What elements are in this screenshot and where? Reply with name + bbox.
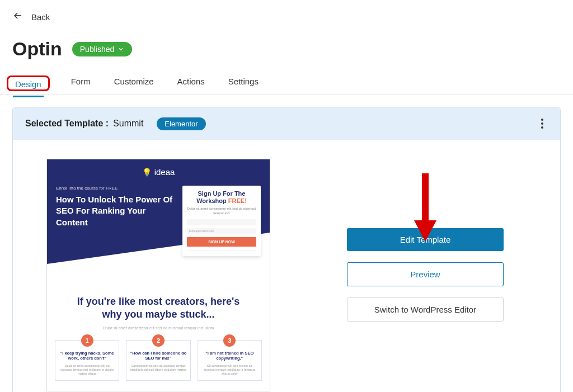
template-panel: Selected Template : Summit Elementor 💡 i… bbox=[12, 107, 561, 392]
preview-signup-card: Sign Up For The Workshop FREE! Dolor sit… bbox=[182, 186, 261, 256]
preview-card-body: Sit consectetur elit sed eismin do eiusm… bbox=[201, 364, 258, 376]
preview-sub2: Dolor sit amet consectetur elit sed do e… bbox=[62, 326, 255, 330]
lightbulb-icon: 💡 bbox=[142, 168, 152, 177]
tab-customize[interactable]: Customize bbox=[112, 72, 156, 94]
tabs: Design Form Customize Actions Settings bbox=[0, 67, 573, 95]
preview-enroll: Enroll into the course for FREE bbox=[56, 186, 175, 191]
preview-card-num: 2 bbox=[152, 334, 165, 347]
preview-card-body: Consectetur elit sed do eiusmod tempor i… bbox=[130, 364, 186, 372]
back-button[interactable]: Back bbox=[31, 12, 50, 22]
tab-actions[interactable]: Actions bbox=[175, 72, 207, 94]
edit-template-button[interactable]: Edit Template bbox=[347, 228, 504, 251]
preview-card-num: 1 bbox=[81, 334, 93, 347]
selected-template-name: Summit bbox=[113, 119, 143, 129]
preview-input-2: M3StepProtect.com bbox=[187, 228, 256, 234]
builder-badge: Elementor bbox=[157, 117, 205, 130]
preview-card-body: Dolor sit amet consectetur elit do eiusm… bbox=[59, 364, 115, 376]
panel-header: Selected Template : Summit Elementor bbox=[13, 107, 560, 140]
preview-h2: If you're like most creators, here's why… bbox=[62, 295, 255, 322]
tab-design[interactable]: Design bbox=[13, 75, 44, 97]
preview-signup-free: FREE! bbox=[228, 197, 247, 204]
preview-card-1: 1 "I keep trying hacks. Some work, other… bbox=[55, 340, 119, 381]
preview-card-title: "How can I hire someone do SEO for me!" bbox=[130, 351, 186, 361]
status-text: Published bbox=[80, 45, 115, 54]
page-title: Optin bbox=[12, 38, 62, 60]
status-badge[interactable]: Published bbox=[72, 42, 133, 56]
preview-logo: 💡 ideaa bbox=[56, 167, 261, 177]
back-arrow-icon[interactable] bbox=[12, 10, 24, 23]
preview-card-num: 3 bbox=[223, 334, 236, 347]
preview-card-2: 2 "How can I hire someone do SEO for me!… bbox=[126, 340, 190, 381]
preview-card-title: "I keep trying hacks. Some work, others … bbox=[59, 351, 115, 361]
template-preview: 💡 ideaa Enroll into the course for FREE … bbox=[46, 159, 281, 391]
preview-card-title: "I am not trained in SEO copywriting." bbox=[201, 351, 258, 361]
preview-button[interactable]: Preview bbox=[347, 262, 504, 286]
selected-template-label: Selected Template : bbox=[25, 119, 109, 129]
switch-editor-button[interactable]: Switch to WordPress Editor bbox=[347, 297, 504, 322]
preview-input-1 bbox=[187, 219, 256, 225]
preview-headline: How To Unlock The Power Of SEO For Ranki… bbox=[56, 194, 175, 228]
annotation-highlight: Design bbox=[7, 75, 50, 91]
preview-signup-sub: Dolor sit amet consectetur elit sed do e… bbox=[187, 207, 256, 216]
tab-settings[interactable]: Settings bbox=[226, 72, 261, 94]
preview-card-3: 3 "I am not trained in SEO copywriting."… bbox=[198, 340, 262, 381]
preview-cta: SIGN UP NOW bbox=[187, 237, 256, 247]
tab-form[interactable]: Form bbox=[69, 72, 93, 94]
preview-logo-text: ideaa bbox=[154, 167, 175, 177]
chevron-down-icon bbox=[118, 46, 124, 53]
kebab-menu[interactable] bbox=[537, 116, 548, 131]
